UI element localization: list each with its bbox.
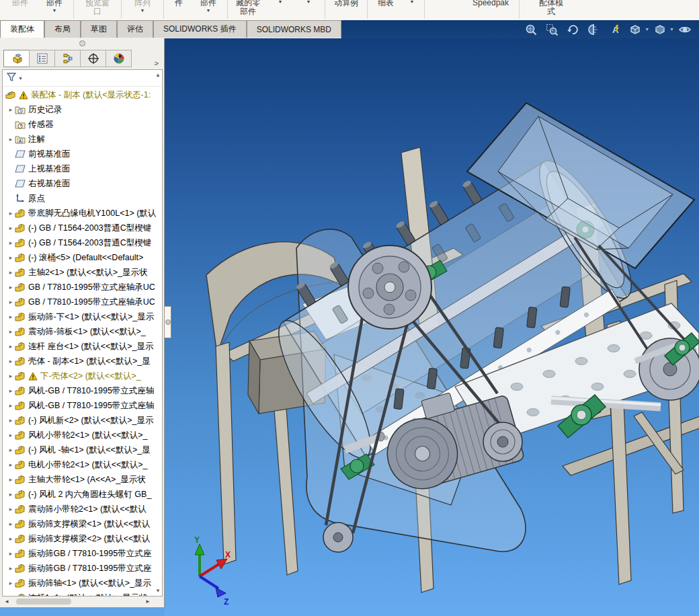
panel-tab-featuremanager[interactable] [3, 50, 30, 67]
tree-item[interactable]: ▸主轴2<1> (默认<<默认>_显示状 [3, 265, 162, 280]
expand-arrow-icon[interactable]: ▸ [7, 136, 15, 143]
tree-scroll-up-icon[interactable]: ▲ [155, 73, 161, 78]
previous-view-icon[interactable] [565, 22, 580, 37]
display-style-icon[interactable] [653, 22, 667, 37]
ribbon-button[interactable]: ▼ [266, 0, 294, 20]
tab-command-3[interactable]: 评估 [117, 20, 153, 38]
expand-arrow-icon[interactable]: ▸ [7, 328, 15, 335]
ribbon-button[interactable]: 部件▼ [192, 0, 225, 20]
expand-arrow-icon[interactable]: ▸ [7, 343, 15, 350]
panel-tab-configurationmanager[interactable] [54, 50, 81, 67]
dropdown-caret-icon[interactable]: ▼ [206, 8, 211, 13]
tree-item[interactable]: ▸(-) 风机 -轴<1> (默认<<默认>_显 [3, 442, 162, 457]
expand-arrow-icon[interactable]: ▸ [7, 358, 15, 364]
ribbon-button[interactable]: ▼ [294, 0, 323, 20]
panel-splitter-grip[interactable] [0, 38, 164, 48]
dropdown-caret-icon[interactable]: ▼ [140, 8, 145, 13]
ribbon-button[interactable]: 动算例 [327, 0, 365, 20]
tree-item[interactable]: ▸A注解 [3, 132, 162, 147]
dropdown-caret-icon[interactable]: ▼ [52, 8, 57, 13]
scroll-right-icon[interactable]: ► [145, 599, 151, 605]
panel-tabs-expand-chevron[interactable]: > [155, 59, 159, 67]
expand-arrow-icon[interactable]: ▸ [7, 225, 15, 231]
tree-item[interactable]: ▸GB / T7810-1995带立式座轴承UC [3, 280, 162, 295]
scrollbar-thumb[interactable] [16, 599, 71, 605]
ribbon-button[interactable]: 细表 [370, 0, 402, 20]
tree-item[interactable]: ▸振动筛轴<1> (默认<<默认>_显示 [3, 576, 162, 590]
expand-arrow-icon[interactable]: ▸ [7, 535, 15, 542]
expand-arrow-icon[interactable]: ▸ [7, 239, 15, 246]
expand-arrow-icon[interactable]: ▸ [7, 550, 15, 557]
tab-assembly[interactable]: 装配体 [0, 20, 44, 38]
tree-item[interactable]: ▸振动筛支撑横梁<1> (默认<<默认 [3, 516, 162, 531]
expand-arrow-icon[interactable]: ▸ [7, 521, 15, 527]
tree-item[interactable]: ▸主轴大带轮<1> (A<<A>_显示状 [3, 472, 162, 487]
tree-filter[interactable]: ▼ [3, 70, 162, 87]
tree-item[interactable]: ▸风机-GB / T7810-1995带立式座轴 [3, 383, 162, 398]
ribbon-button[interactable]: 藏的零 部件 [230, 0, 266, 20]
tree-horizontal-scrollbar[interactable]: ◄ ► [2, 597, 163, 606]
expand-arrow-icon[interactable]: ▸ [7, 402, 15, 409]
tab-command-2[interactable]: 草图 [81, 20, 117, 38]
tree-item[interactable]: ▸电机小带轮2<1> (默认<<默认>_ [3, 457, 162, 472]
scroll-left-icon[interactable]: ◄ [4, 599, 9, 605]
tree-item[interactable]: ▸连杆 座台<1> (默认<<默认>_显示 [3, 339, 162, 354]
ribbon-button[interactable] [427, 0, 464, 20]
tree-item[interactable]: ▸历史记录 [3, 102, 162, 117]
tree-item[interactable]: ▸原点 [3, 191, 162, 206]
tree-item[interactable]: ▸震动筛-筛板<1> (默认<<默认>_ [3, 324, 162, 339]
tree-item[interactable]: ▸振动筛支撑横梁<2> (默认<<默认 [3, 531, 162, 546]
expand-arrow-icon[interactable]: ▸ [7, 461, 15, 468]
expand-arrow-icon[interactable]: ▸ [7, 284, 15, 291]
tree-item[interactable]: ▸风机-GB / T7810-1995带立式座轴 [3, 398, 162, 413]
dropdown-caret-icon[interactable]: ▼ [306, 0, 311, 5]
tree-item[interactable]: ▸连杆1<1> (默认<<默认>_显示状 [3, 590, 162, 596]
tree-item[interactable]: ▸(-) GB / T1564-2003普通C型楔键 [3, 235, 162, 250]
expand-arrow-icon[interactable]: ▸ [7, 299, 15, 305]
tree-item[interactable]: ▸(-) 滚桶<5> (Default<<Default> [3, 250, 162, 265]
expand-arrow-icon[interactable]: ▸ [7, 254, 15, 261]
tree-item[interactable]: ▸振动筛GB / T7810-1995带立式座 [3, 561, 162, 576]
expand-arrow-icon[interactable]: ▸ [7, 387, 15, 394]
tree-item[interactable]: ▸GB / T7810-1995带立式座轴承UC [3, 295, 162, 309]
dropdown-caret-icon[interactable]: ▼ [278, 0, 283, 5]
expand-arrow-icon[interactable]: ▸ [7, 432, 15, 438]
dropdown-caret-icon[interactable]: ▼ [410, 0, 415, 5]
dropdown-caret-icon[interactable]: ▼ [645, 27, 649, 32]
ribbon-button[interactable]: ▼ [402, 0, 422, 20]
expand-arrow-icon[interactable]: ▸ [7, 313, 15, 320]
expand-arrow-icon[interactable]: ▸ [7, 447, 15, 453]
panel-tab-displaymanager[interactable] [106, 50, 132, 67]
ribbon-button[interactable]: Speedpak [464, 0, 517, 20]
hide-show-items-icon[interactable] [677, 22, 692, 37]
expand-arrow-icon[interactable]: ▸ [7, 476, 15, 483]
panel-collapse-handle[interactable] [165, 306, 171, 338]
tab-command-1[interactable]: 布局 [44, 20, 81, 38]
zoom-fit-icon[interactable] [524, 22, 538, 37]
tree-item[interactable]: ▸壳体 - 副本<1> (默认<<默认>_显 [3, 354, 162, 369]
dropdown-caret-icon[interactable]: ▼ [669, 27, 674, 32]
filter-dropdown-caret-icon[interactable]: ▼ [18, 76, 23, 81]
tree-item[interactable]: ▸(-) 风机 2 内六角圆柱头螺钉 GB_ [3, 487, 162, 502]
tree-root-item[interactable]: ▸装配体 - 副本 (默认<显示状态-1: [3, 87, 162, 102]
tree-item[interactable]: ▸震动筛小带轮2<1> (默认<<默认 [3, 502, 162, 516]
view-orientation-icon[interactable] [628, 22, 643, 37]
tree-item[interactable]: ▸振动筛GB / T7810-1995带立式座 [3, 546, 162, 561]
ribbon-button[interactable]: 件 [166, 0, 192, 20]
tree-item[interactable]: ▸传感器 [3, 117, 162, 132]
expand-arrow-icon[interactable]: ▸ [7, 506, 15, 512]
section-view-icon[interactable] [586, 22, 601, 37]
tree-item[interactable]: ▸带底脚无凸缘电机Y100L<1> (默认 [3, 206, 162, 221]
expand-arrow-icon[interactable]: ▸ [7, 594, 15, 596]
expand-arrow-icon[interactable]: ▸ [7, 210, 15, 217]
filter-funnel-icon[interactable] [6, 72, 17, 85]
tree-scroll-down-icon[interactable]: ▼ [155, 588, 161, 594]
tree-item[interactable]: ▸(-) GB / T1564-2003普通C型楔键 [3, 221, 162, 235]
ribbon-button[interactable]: 部件▼ [38, 0, 71, 20]
ribbon-button[interactable]: 配体模 式 [522, 0, 581, 20]
annotation-views-icon[interactable]: A [607, 22, 622, 37]
tab-command-4[interactable]: SOLIDWORKS 插件 [153, 20, 247, 38]
graphics-viewport[interactable]: Y X Z [165, 38, 699, 616]
tree-item[interactable]: ▸前视基准面 [3, 147, 162, 161]
expand-arrow-icon[interactable]: ▸ [7, 106, 15, 113]
